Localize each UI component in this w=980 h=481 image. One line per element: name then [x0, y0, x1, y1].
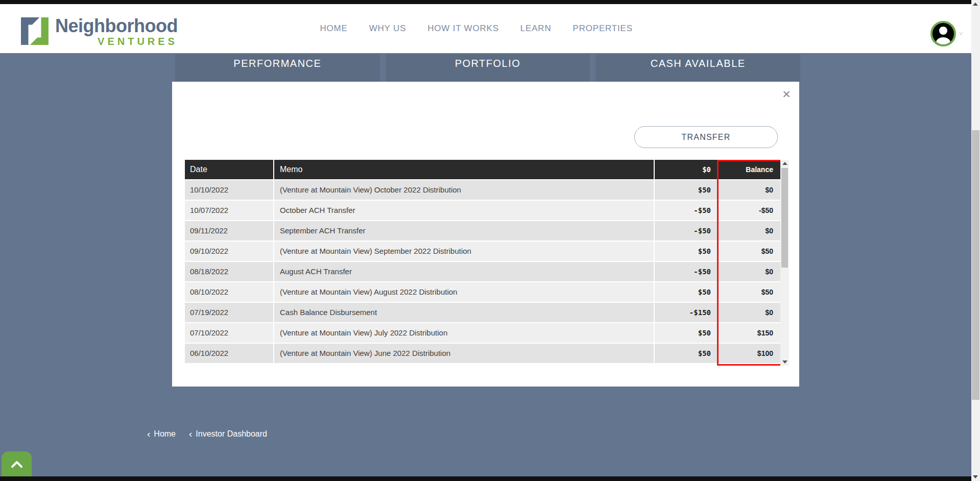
- chevron-up-icon: [10, 460, 23, 469]
- cell-date: 08/18/2022: [185, 262, 274, 281]
- breadcrumb: ‹ Home ‹ Investor Dashboard: [147, 429, 267, 439]
- transactions-modal: ✕ TRANSFER Date Memo $0 Balance 10/10/20…: [172, 82, 799, 387]
- cell-balance: $0: [717, 180, 780, 200]
- scroll-up-arrow-icon[interactable]: [782, 162, 787, 165]
- cell-amount: -$50: [655, 221, 717, 240]
- cell-date: 06/10/2022: [185, 344, 274, 363]
- cell-memo: October ACH Transfer: [274, 201, 655, 220]
- footer-bar: [0, 476, 971, 481]
- nav-why-us[interactable]: WHY US: [369, 23, 407, 34]
- cell-amount: -$50: [655, 262, 717, 281]
- cell-date: 07/19/2022: [185, 303, 274, 322]
- cell-date: 10/10/2022: [185, 180, 274, 200]
- cell-balance: $0: [717, 262, 780, 281]
- header-memo: Memo: [274, 160, 655, 179]
- nav-how-it-works[interactable]: HOW IT WORKS: [427, 23, 499, 34]
- cell-amount: $50: [655, 242, 717, 261]
- table-scrollbar-thumb[interactable]: [781, 168, 788, 268]
- cell-amount: $50: [655, 282, 717, 302]
- cell-memo: (Venture at Mountain View) August 2022 D…: [274, 282, 655, 302]
- table-row[interactable]: 10/07/2022 October ACH Transfer -$50 -$5…: [185, 201, 780, 220]
- cell-memo: (Venture at Mountain View) July 2022 Dis…: [274, 323, 655, 343]
- tab-cash-available[interactable]: CASH AVAILABLE: [595, 54, 800, 82]
- cell-amount: -$150: [655, 303, 717, 322]
- header-amount: $0: [655, 160, 717, 179]
- table-row[interactable]: 07/10/2022 (Venture at Mountain View) Ju…: [185, 323, 780, 343]
- page-scrollbar[interactable]: [971, 0, 980, 481]
- cell-date: 07/10/2022: [185, 323, 274, 343]
- table-scrollbar[interactable]: [780, 160, 789, 366]
- cell-balance: $0: [717, 303, 780, 322]
- top-edge-bar: [0, 0, 971, 4]
- cell-amount: -$50: [655, 201, 717, 220]
- breadcrumb-home[interactable]: ‹ Home: [147, 429, 176, 439]
- tab-performance[interactable]: PERFORMANCE: [175, 54, 380, 82]
- table-row[interactable]: 06/10/2022 (Venture at Mountain View) Ju…: [185, 344, 780, 363]
- chevron-left-icon: ‹: [189, 430, 192, 438]
- cell-balance: $50: [717, 282, 780, 302]
- table-row[interactable]: 09/10/2022 (Venture at Mountain View) Se…: [185, 242, 780, 261]
- page-scrollbar-thumb[interactable]: [972, 130, 979, 400]
- user-avatar-icon[interactable]: [930, 21, 956, 46]
- cell-date: 09/11/2022: [185, 221, 274, 240]
- cell-memo: August ACH Transfer: [274, 262, 655, 281]
- transfer-button[interactable]: TRANSFER: [634, 126, 778, 148]
- cell-memo: (Venture at Mountain View) October 2022 …: [274, 180, 655, 200]
- table-row[interactable]: 09/11/2022 September ACH Transfer -$50 $…: [185, 221, 780, 240]
- cell-balance: $50: [717, 242, 780, 261]
- logo-subname: VENTURES: [55, 36, 178, 46]
- table-row[interactable]: 08/18/2022 August ACH Transfer -$50 $0: [185, 262, 780, 281]
- table-row[interactable]: 08/10/2022 (Venture at Mountain View) Au…: [185, 282, 780, 302]
- chevron-left-icon: ‹: [147, 430, 150, 438]
- person-icon: [933, 23, 954, 44]
- site-logo[interactable]: Neighborhood VENTURES: [20, 17, 178, 46]
- cell-balance: $100: [717, 344, 780, 363]
- cell-amount: $50: [655, 323, 717, 343]
- scroll-down-arrow-icon[interactable]: [782, 360, 787, 364]
- cell-memo: Cash Balance Disbursement: [274, 303, 655, 322]
- scroll-down-arrow-icon[interactable]: [973, 475, 978, 478]
- cell-date: 09/10/2022: [185, 242, 274, 261]
- cell-balance: -$50: [717, 201, 780, 220]
- tab-portfolio[interactable]: PORTFOLIO: [386, 54, 590, 82]
- chevron-down-icon: ˅: [959, 30, 963, 38]
- close-icon[interactable]: ✕: [779, 87, 794, 102]
- cell-date: 10/07/2022: [185, 201, 274, 220]
- cell-balance: $0: [717, 221, 780, 240]
- cell-memo: (Venture at Mountain View) September 202…: [274, 242, 655, 261]
- table-header-row: Date Memo $0 Balance: [185, 160, 780, 179]
- logo-n-icon: [20, 17, 49, 45]
- site-header: Neighborhood VENTURES HOME WHY US HOW IT…: [0, 4, 971, 53]
- table-row[interactable]: 07/19/2022 Cash Balance Disbursement -$1…: [185, 303, 780, 322]
- table-row[interactable]: 10/10/2022 (Venture at Mountain View) Oc…: [185, 180, 780, 200]
- cell-balance: $150: [717, 323, 780, 343]
- logo-text: Neighborhood VENTURES: [55, 17, 178, 46]
- header-balance: Balance: [717, 160, 780, 179]
- dashboard-tabs: PERFORMANCE PORTFOLIO CASH AVAILABLE: [175, 54, 800, 82]
- table-body: 10/10/2022 (Venture at Mountain View) Oc…: [185, 180, 780, 363]
- main-nav: HOME WHY US HOW IT WORKS LEARN PROPERTIE…: [320, 4, 632, 53]
- nav-home[interactable]: HOME: [320, 23, 347, 34]
- cell-memo: September ACH Transfer: [274, 221, 655, 240]
- nav-properties[interactable]: PROPERTIES: [572, 23, 632, 34]
- breadcrumb-dashboard-label: Investor Dashboard: [196, 429, 267, 439]
- cell-amount: $50: [655, 344, 717, 363]
- scroll-to-top-button[interactable]: [2, 451, 32, 476]
- account-menu[interactable]: ˅: [930, 21, 963, 46]
- cell-amount: $50: [655, 180, 717, 200]
- transactions-table: Date Memo $0 Balance 10/10/2022 (Venture…: [185, 160, 780, 363]
- cell-date: 08/10/2022: [185, 282, 274, 302]
- scroll-up-arrow-icon[interactable]: [973, 3, 978, 6]
- breadcrumb-home-label: Home: [154, 429, 176, 439]
- cell-memo: (Venture at Mountain View) June 2022 Dis…: [274, 344, 655, 363]
- nav-learn[interactable]: LEARN: [520, 23, 552, 34]
- header-date: Date: [185, 160, 274, 179]
- breadcrumb-investor-dashboard[interactable]: ‹ Investor Dashboard: [189, 429, 267, 439]
- logo-name: Neighborhood: [55, 17, 178, 35]
